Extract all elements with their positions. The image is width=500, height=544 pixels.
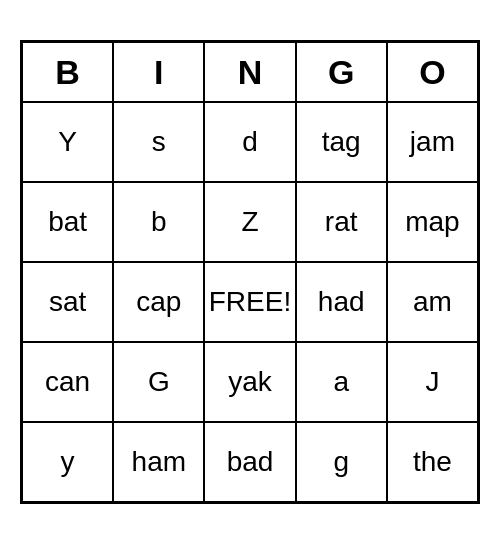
bingo-cell-r2c1: cap xyxy=(113,262,204,342)
bingo-row-4: yhambadgthe xyxy=(22,422,478,502)
bingo-cell-r0c2: d xyxy=(204,102,295,182)
bingo-cell-r1c4: map xyxy=(387,182,478,262)
bingo-cell-r0c3: tag xyxy=(296,102,387,182)
bingo-cell-r2c0: sat xyxy=(22,262,113,342)
bingo-cell-r2c3: had xyxy=(296,262,387,342)
header-cell-n: N xyxy=(204,42,295,102)
bingo-cell-r3c2: yak xyxy=(204,342,295,422)
bingo-row-2: satcapFREE!hadam xyxy=(22,262,478,342)
bingo-cell-r4c3: g xyxy=(296,422,387,502)
bingo-cell-r3c3: a xyxy=(296,342,387,422)
bingo-row-0: Ysdtagjam xyxy=(22,102,478,182)
bingo-cell-r1c0: bat xyxy=(22,182,113,262)
bingo-cell-r1c3: rat xyxy=(296,182,387,262)
header-cell-i: I xyxy=(113,42,204,102)
bingo-cell-r0c0: Y xyxy=(22,102,113,182)
bingo-cell-r4c1: ham xyxy=(113,422,204,502)
header-row: BINGO xyxy=(22,42,478,102)
bingo-cell-r3c0: can xyxy=(22,342,113,422)
bingo-cell-r4c2: bad xyxy=(204,422,295,502)
bingo-row-1: batbZratmap xyxy=(22,182,478,262)
bingo-cell-r3c1: G xyxy=(113,342,204,422)
header-cell-o: O xyxy=(387,42,478,102)
header-cell-b: B xyxy=(22,42,113,102)
header-cell-g: G xyxy=(296,42,387,102)
bingo-cell-r0c4: jam xyxy=(387,102,478,182)
bingo-card: BINGO YsdtagjambatbZratmapsatcapFREE!had… xyxy=(20,40,480,504)
bingo-cell-r2c2: FREE! xyxy=(204,262,295,342)
bingo-cell-r0c1: s xyxy=(113,102,204,182)
bingo-cell-r1c1: b xyxy=(113,182,204,262)
bingo-cell-r4c4: the xyxy=(387,422,478,502)
bingo-cell-r3c4: J xyxy=(387,342,478,422)
bingo-row-3: canGyakaJ xyxy=(22,342,478,422)
bingo-cell-r2c4: am xyxy=(387,262,478,342)
bingo-cell-r1c2: Z xyxy=(204,182,295,262)
bingo-cell-r4c0: y xyxy=(22,422,113,502)
